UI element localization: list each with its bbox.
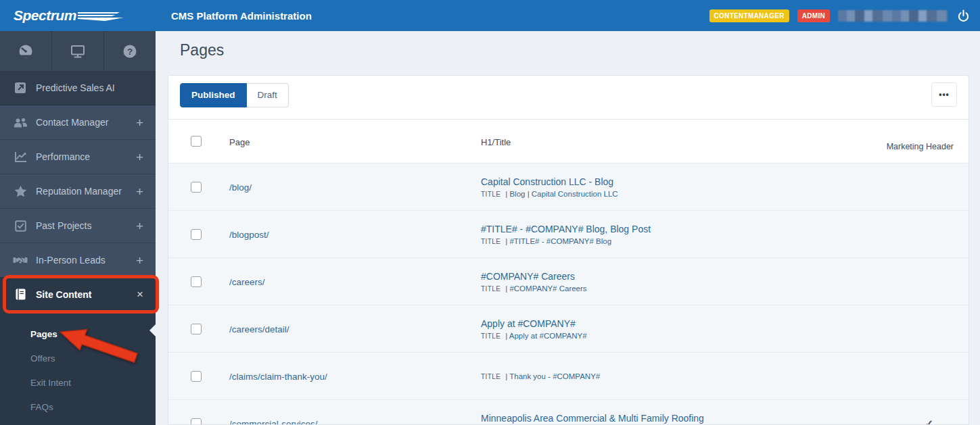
help-icon: ?	[122, 43, 138, 59]
h1-link[interactable]: #COMPANY# Careers	[481, 271, 806, 282]
page-path-link[interactable]: /claims/claim-thank-you/	[229, 353, 327, 400]
close-icon[interactable]: ×	[137, 289, 143, 300]
sidebar-item-past-projects[interactable]: Past Projects +	[0, 209, 156, 243]
row-checkbox[interactable]	[191, 371, 202, 382]
sidebar-subitem-offers[interactable]: Offers	[0, 346, 156, 370]
table-header-row: Page H1/Title Marketing Header	[168, 120, 969, 163]
sidebar-item-predictive-sales-ai[interactable]: Predictive Sales AI	[0, 71, 156, 105]
title-value: | Apply at #COMPANY#	[505, 332, 586, 340]
h1-link[interactable]: Minneapolis Area Commercial & Multi Fami…	[481, 413, 806, 424]
title-value: | Thank you - #COMPANY#	[505, 372, 600, 380]
sidebar-item-site-content[interactable]: Site Content ×	[0, 277, 156, 311]
sidebar-subitem-exit-intent[interactable]: Exit Intent	[0, 370, 156, 395]
check-square-icon	[12, 220, 28, 232]
sidebar-item-label: Performance	[36, 151, 136, 162]
active-item-caret	[149, 324, 156, 336]
sidebar-item-label: Past Projects	[36, 220, 136, 231]
expand-icon: +	[136, 254, 143, 267]
sidebar-subitem-website-about[interactable]: Website About	[0, 419, 156, 425]
table-row[interactable]: /blogpost/ #TITLE# - #COMPANY# Blog, Blo…	[168, 210, 969, 257]
sidebar-item-label: In-Person Leads	[36, 255, 136, 266]
book-icon	[12, 289, 28, 300]
page-path-link[interactable]: /careers/	[229, 258, 265, 305]
table-row[interactable]: /commercial-services/ Minneapolis Area C…	[168, 399, 969, 425]
help-button[interactable]: ?	[104, 31, 156, 71]
h1-link[interactable]: Apply at #COMPANY#	[481, 318, 806, 330]
page-path-link[interactable]: /careers/detail/	[229, 305, 289, 353]
table-row[interactable]: /careers/ #COMPANY# Careers TITLE| #COMP…	[168, 257, 969, 305]
expand-icon: +	[136, 151, 143, 164]
card-toolbar: Published Draft •••	[168, 76, 969, 120]
h1-title-cell: #TITLE# - #COMPANY# Blog, Blog Post TITL…	[481, 211, 806, 258]
page-path-link[interactable]: /blogpost/	[229, 211, 269, 258]
checkmark-icon: ✓	[925, 400, 933, 425]
dashboard-button[interactable]	[0, 31, 52, 71]
tab-published[interactable]: Published	[180, 83, 247, 107]
site-preview-button[interactable]	[52, 31, 104, 71]
table-row[interactable]: /claims/claim-thank-you/ TITLE| Thank yo…	[168, 352, 969, 399]
more-options-icon: •••	[939, 90, 950, 99]
title-label: TITLE	[481, 332, 500, 340]
line-chart-icon	[12, 151, 28, 163]
column-header-h1-title: H1/Title	[481, 137, 511, 147]
row-checkbox[interactable]	[191, 229, 202, 240]
select-all-checkbox[interactable]	[191, 136, 202, 147]
h1-link[interactable]: Capital Construction LLC - Blog	[481, 176, 806, 188]
title-label: TITLE	[481, 238, 500, 245]
row-checkbox[interactable]	[191, 276, 202, 287]
sidebar-item-contact-manager[interactable]: Contact Manager +	[0, 105, 156, 140]
table-row[interactable]: /careers/detail/ Apply at #COMPANY# TITL…	[168, 305, 969, 352]
tab-draft[interactable]: Draft	[247, 83, 289, 107]
row-checkbox[interactable]	[191, 324, 202, 334]
expand-icon: +	[136, 185, 143, 198]
redacted-username	[838, 10, 948, 22]
h1-title-cell: Apply at #COMPANY# TITLE| Apply at #COMP…	[481, 305, 806, 353]
logo-swoosh-icon	[78, 11, 125, 22]
users-icon	[12, 117, 28, 128]
column-header-marketing-header: Marketing Header	[887, 142, 954, 151]
sidebar-item-reputation-manager[interactable]: Reputation Manager +	[0, 174, 156, 209]
desktop-icon	[70, 43, 86, 59]
title-label: TITLE	[481, 285, 500, 293]
row-checkbox[interactable]	[191, 418, 202, 425]
title-value: | #TITLE# - #COMPANY# Blog	[505, 237, 611, 245]
expand-icon: +	[136, 220, 143, 232]
sidebar: ? Predictive Sales AI	[0, 31, 156, 425]
row-checkbox[interactable]	[191, 182, 202, 193]
logout-button[interactable]	[956, 8, 971, 23]
top-bar-right: CONTENTMANAGER ADMIN	[709, 8, 980, 23]
app-title: CMS Platform Administration	[171, 10, 709, 22]
sidebar-item-label: Site Content	[36, 289, 137, 300]
sidebar-item-label: Reputation Manager	[36, 186, 136, 197]
table-body: /blog/ Capital Construction LLC - Blog T…	[168, 163, 969, 425]
sidebar-item-label: Contact Manager	[36, 117, 136, 128]
role-badge-admin: ADMIN	[797, 9, 830, 22]
app-window: Spectrum CMS Platform Administration CON…	[0, 0, 980, 425]
subitem-label: FAQs	[30, 402, 53, 412]
power-icon	[957, 9, 970, 22]
site-content-panel: Site Content × Pages Offers Exit Intent …	[0, 277, 156, 425]
star-icon	[12, 185, 28, 197]
sidebar-subitem-pages[interactable]: Pages	[0, 322, 156, 346]
h1-link[interactable]: #TITLE# - #COMPANY# Blog, Blog Post	[481, 224, 806, 235]
subitem-label: Pages	[30, 329, 57, 339]
page-path-link[interactable]: /commercial-services/	[229, 400, 318, 425]
sidebar-item-in-person-leads[interactable]: In-Person Leads +	[0, 243, 156, 278]
column-header-page: Page	[229, 137, 250, 147]
title-value: | Blog | Capital Construction LLC	[505, 190, 617, 198]
svg-text:?: ?	[127, 47, 133, 57]
table-row[interactable]: /blog/ Capital Construction LLC - Blog T…	[168, 163, 969, 210]
dashboard-gauge-icon	[18, 43, 34, 59]
brand-logo[interactable]: Spectrum	[0, 0, 156, 31]
handshake-icon	[12, 255, 28, 266]
title-label: TITLE	[481, 373, 500, 380]
subitem-label: Exit Intent	[30, 378, 71, 388]
pages-card: Published Draft ••• Page H1/Title Market…	[168, 75, 969, 425]
page-path-link[interactable]: /blog/	[229, 164, 252, 211]
sidebar-item-performance[interactable]: Performance +	[0, 140, 156, 174]
sidebar-subitem-faqs[interactable]: FAQs	[0, 395, 156, 419]
status-tab-group: Published Draft	[180, 83, 289, 107]
more-options-button[interactable]: •••	[931, 82, 957, 107]
sidebar-icon-strip: ?	[0, 31, 156, 71]
title-label: TITLE	[481, 191, 500, 198]
